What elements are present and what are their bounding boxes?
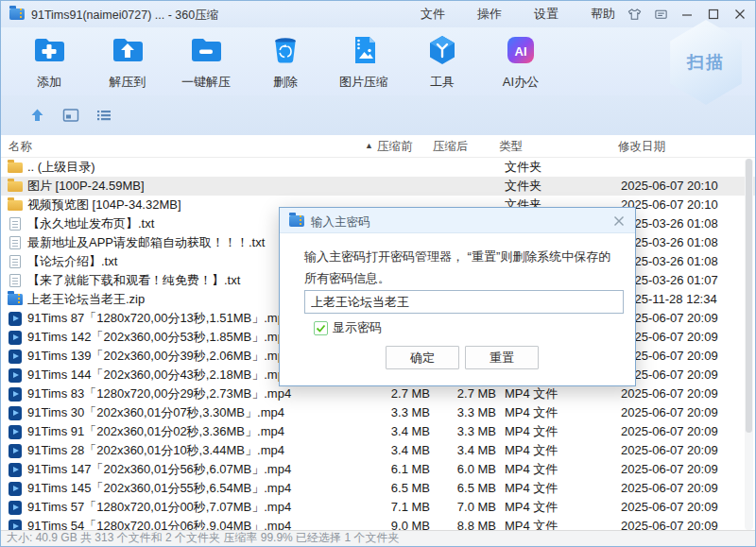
table-row[interactable]: 91Tims 30「202x360,01分07秒,3.30MB」.mp4 3.3…	[1, 403, 755, 422]
show-password-option[interactable]: 显示密码	[314, 320, 382, 335]
file-type: MP4 文件	[505, 385, 558, 403]
ok-button[interactable]: 确定	[386, 346, 459, 369]
table-row[interactable]: 图片 [100P-24.59MB] 文件夹 2025-06-07 20:10	[1, 177, 755, 196]
theme-skin-icon[interactable]	[623, 4, 645, 25]
up-level-icon[interactable]	[27, 107, 46, 124]
preview-pane-icon[interactable]	[61, 107, 80, 124]
toolbar-add-button[interactable]: 添加	[15, 33, 83, 91]
menu-file[interactable]: 文件	[417, 4, 449, 25]
toolbar-tools-button[interactable]: 工具	[408, 33, 476, 91]
checkbox-checked-icon[interactable]	[314, 321, 328, 335]
file-type: MP4 文件	[505, 441, 558, 460]
file-name: 91Tims 57「1280x720,01分00秒,7.07MB」.mp4	[27, 498, 291, 517]
table-row[interactable]: .. (上级目录) 文件夹	[1, 158, 755, 177]
mp4-icon	[9, 482, 22, 496]
file-size-after: 3.3 MB	[434, 422, 496, 441]
table-row[interactable]: 91Tims 147「202x360,01分56秒,6.07MB」.mp4 6.…	[1, 460, 755, 479]
svg-text:AI: AI	[515, 44, 527, 59]
file-name: 91Tims 147「202x360,01分56秒,6.07MB」.mp4	[27, 460, 291, 479]
feedback-icon[interactable]	[649, 4, 672, 25]
tools-hexagon-icon	[425, 54, 459, 70]
titlebar: 91Tims91(naimei0727) ... - 360压缩 文件 操作 设…	[1, 1, 755, 27]
master-password-input[interactable]	[304, 290, 624, 314]
toolbar-image-compress-label: 图片压缩	[330, 74, 398, 91]
extract-to-folder-icon	[111, 54, 145, 70]
status-bar: 大小: 40.9 GB 共 313 个文件和 2 个文件夹 压缩率 99.9% …	[1, 530, 755, 546]
file-name: 上老王论坛当老王.zip	[27, 290, 145, 309]
column-header-name[interactable]: 名称	[9, 139, 32, 155]
file-size-before: 3.4 MB	[347, 441, 430, 460]
vertical-scrollbar[interactable]	[745, 159, 753, 530]
mp4-icon	[9, 350, 22, 364]
file-date: 2025-06-07 20:09	[621, 498, 718, 517]
toolbar-one-key-extract-label: 一键解压	[172, 74, 240, 91]
mp4-icon	[9, 501, 22, 515]
app-window: 91Tims91(naimei0727) ... - 360压缩 文件 操作 设…	[0, 0, 756, 547]
toolbar: 添加 解压到 一键解压 删除 图片压缩	[1, 27, 755, 95]
sort-ascending-icon[interactable]: ▲	[365, 141, 373, 150]
toolbar-ai-office-button[interactable]: AI AI办公	[487, 33, 555, 91]
list-view-icon[interactable]	[94, 107, 113, 124]
reset-button[interactable]: 重置	[465, 346, 539, 369]
close-button[interactable]	[729, 4, 751, 25]
column-header-date[interactable]: 修改日期	[618, 139, 665, 155]
table-row[interactable]: 91Tims 83「1280x720,00分29秒,2.73MB」.mp4 2.…	[1, 385, 755, 403]
file-name: 91Tims 145「202x360,01分55秒,6.54MB」.mp4	[27, 479, 291, 498]
toolbar-delete-button[interactable]: 删除	[251, 33, 319, 91]
file-name: 91Tims 139「202x360,00分39秒,2.06MB」.mp4	[27, 347, 291, 366]
file-size-before: 3.4 MB	[347, 422, 430, 441]
file-size-before: 7.1 MB	[347, 498, 430, 517]
folder-icon	[8, 162, 23, 173]
table-row[interactable]: 91Tims 28「202x360,01分10秒,3.44MB」.mp4 3.4…	[1, 441, 755, 460]
file-type: 文件夹	[505, 158, 541, 177]
file-type: MP4 文件	[505, 422, 558, 441]
file-size-after: 6.0 MB	[434, 460, 496, 479]
file-type: MP4 文件	[505, 403, 558, 422]
file-size-before: 6.1 MB	[347, 460, 430, 479]
file-date: 2025-06-07 20:09	[621, 385, 718, 403]
file-date: 2025-06-07 20:09	[621, 422, 718, 441]
file-name: 视频预览图 [104P-34.32MB]	[27, 196, 181, 214]
file-size-before: 3.3 MB	[347, 403, 430, 422]
minimize-button[interactable]	[676, 4, 698, 25]
window-controls	[623, 1, 755, 27]
file-size-before: 6.5 MB	[347, 479, 430, 498]
table-row[interactable]: 91Tims 57「1280x720,01分00秒,7.07MB」.mp4 7.…	[1, 498, 755, 517]
file-name: 91Tims 144「202x360,00分43秒,2.18MB」.mp4	[27, 366, 291, 385]
menu-settings[interactable]: 设置	[530, 4, 562, 25]
file-type: 文件夹	[505, 177, 541, 196]
image-compress-icon	[347, 54, 381, 70]
dialog-app-icon	[289, 215, 304, 227]
file-type: MP4 文件	[505, 460, 558, 479]
txt-icon	[9, 217, 21, 231]
toolbar-one-key-extract-button[interactable]: 一键解压	[172, 33, 240, 91]
column-header-type[interactable]: 类型	[499, 139, 523, 155]
toolbar-delete-label: 删除	[251, 74, 319, 91]
dialog-close-icon[interactable]	[610, 213, 627, 230]
table-row[interactable]: 91Tims 91「202x360,01分02秒,3.36MB」.mp4 3.4…	[1, 422, 755, 441]
list-header: 名称 ▲ 压缩前 压缩后 类型 修改日期	[1, 135, 755, 158]
toolbar-image-compress-button[interactable]: 图片压缩	[330, 33, 398, 91]
file-size-after: 3.3 MB	[434, 403, 496, 422]
scrollbar-thumb[interactable]	[746, 159, 752, 433]
file-name: 【来了就能下载和观看！纯免费！】.txt	[27, 271, 240, 290]
column-header-size-after[interactable]: 压缩后	[433, 139, 469, 155]
add-folder-icon	[32, 54, 66, 70]
app-logo-icon	[9, 9, 25, 20]
folder-icon	[8, 200, 23, 211]
toolbar-extract-to-button[interactable]: 解压到	[94, 33, 162, 91]
mp4-icon	[9, 387, 22, 402]
column-header-size-before[interactable]: 压缩前	[377, 139, 413, 155]
mp4-icon	[9, 463, 22, 477]
one-key-extract-folder-icon	[189, 54, 223, 70]
mp4-icon	[9, 368, 22, 383]
mp4-icon	[9, 312, 22, 326]
file-type: MP4 文件	[505, 498, 558, 517]
menu-actions[interactable]: 操作	[473, 4, 506, 25]
mp4-icon	[9, 444, 22, 458]
table-row[interactable]: 91Tims 145「202x360,01分55秒,6.54MB」.mp4 6.…	[1, 479, 755, 498]
menu-help[interactable]: 帮助	[587, 4, 619, 25]
dialog-title: 输入主密码	[311, 214, 370, 231]
file-date: 2025-06-07 20:09	[621, 460, 718, 479]
txt-icon	[9, 274, 21, 287]
